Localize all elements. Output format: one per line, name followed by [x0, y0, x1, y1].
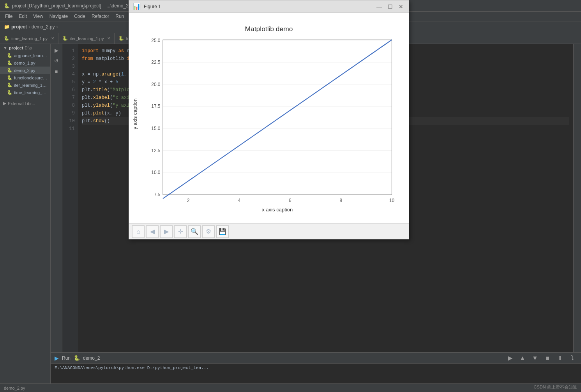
run-file-label: demo_2	[83, 355, 100, 361]
menu-edit[interactable]: Edit	[16, 12, 30, 20]
tab-close-0[interactable]: ✕	[51, 36, 54, 40]
menu-refactor[interactable]: Refactor	[88, 12, 112, 20]
file-icon-iter: 🐍	[7, 83, 12, 88]
run-tab-icon: ▶	[55, 355, 59, 361]
line-numbers: 1 2 3 4 5 6 7 8 9 10 11	[62, 44, 78, 352]
file-icon-argparse: 🐍	[7, 53, 12, 58]
svg-text:2: 2	[187, 198, 190, 203]
sidebar-item-argparse[interactable]: 🐍 argparse_learning_1.py	[0, 52, 50, 59]
figure-toolbar: ⌂ ◀ ▶ ✛ 🔍 ⚙ 💾	[129, 223, 409, 239]
status-text: demo_2.py	[4, 386, 25, 390]
svg-text:6: 6	[289, 198, 291, 203]
svg-text:8: 8	[340, 198, 343, 203]
toolbar-home-button[interactable]: ⌂	[132, 225, 145, 238]
run-header: ▶ Run 🐍 demo_2 ▶ ▲ ▼ ■ ⏸ ⤵	[51, 353, 581, 364]
sidebar-project-header[interactable]: ▼ project D:\p	[0, 44, 50, 52]
run-play-button[interactable]: ▶	[505, 353, 515, 363]
y-axis-label: y axis caption	[132, 98, 138, 129]
run-step-button[interactable]: ⤵	[568, 353, 577, 363]
file-icon-demo1: 🐍	[7, 60, 12, 65]
menu-code[interactable]: Code	[71, 12, 88, 20]
sidebar-item-time[interactable]: 🐍 time_learning_1.py	[0, 89, 50, 96]
toolbar-zoom-button[interactable]: 🔍	[188, 225, 201, 238]
menu-navigate[interactable]: Navigate	[46, 12, 71, 20]
figure-canvas: Matplotlib demo	[129, 44, 409, 223]
sidebar-item-functionclosures[interactable]: 🐍 functionclosures...	[0, 74, 50, 81]
menu-view[interactable]: View	[30, 12, 46, 20]
tab-icon-1: 🐍	[62, 36, 68, 41]
svg-text:7.5: 7.5	[154, 192, 161, 197]
rerun-gutter-icon[interactable]: ↺	[52, 56, 61, 65]
sidebar-item-label-demo2: demo_2.py	[14, 68, 35, 73]
chevron-down-icon: ▼	[3, 46, 7, 50]
file-icon-demo2: 🐍	[7, 68, 12, 73]
sidebar-item-label-time: time_learning_1.py	[14, 90, 47, 95]
run-stop-button[interactable]: ■	[543, 353, 552, 363]
tab-iter-learning[interactable]: 🐍 iter_learning_1.py ✕	[58, 33, 115, 44]
svg-text:12.5: 12.5	[151, 148, 161, 153]
breadcrumb-file[interactable]: demo_2.py	[32, 24, 55, 30]
sidebar-item-label-argparse: argparse_learning_1.py	[14, 53, 47, 58]
sidebar-item-demo1[interactable]: 🐍 demo_1.py	[0, 59, 50, 67]
run-icon: 🐍	[74, 355, 80, 361]
stop-gutter-icon[interactable]: ■	[52, 67, 61, 76]
status-bar: demo_2.py	[0, 383, 581, 392]
tab-time-learning[interactable]: 🐍 time_learning_1.py ✕	[0, 33, 58, 44]
breadcrumb-project-icon: 📁	[4, 24, 10, 30]
sidebar-item-label-iter: iter_learning_1.py	[14, 83, 47, 88]
breadcrumb-separator2: ›	[56, 24, 58, 30]
file-icon-time: 🐍	[7, 90, 12, 95]
sidebar-project-label: project	[9, 46, 23, 50]
tab-icon-2: 🐍	[118, 36, 124, 41]
sidebar-item-iter[interactable]: 🐍 iter_learning_1.py	[0, 81, 50, 89]
toolbar-configure-button[interactable]: ⚙	[202, 225, 215, 238]
run-content: E:\ANACONDA\envs\pytorch\python.exe D:/p…	[51, 364, 581, 383]
sidebar-item-demo2[interactable]: 🐍 demo_2.py	[0, 67, 50, 74]
chevron-right-icon: ▶	[3, 101, 6, 106]
tab-icon-0: 🐍	[4, 36, 9, 41]
toolbar-pan-button[interactable]: ✛	[174, 225, 187, 238]
left-gutter: ▶ ↺ ■	[51, 44, 62, 352]
file-icon-functionclosures: 🐍	[7, 75, 12, 80]
svg-text:22.5: 22.5	[151, 60, 161, 65]
menu-file[interactable]: File	[2, 12, 16, 20]
svg-text:10.0: 10.0	[151, 170, 161, 175]
svg-text:15.0: 15.0	[151, 126, 161, 131]
console-output: E:\ANACONDA\envs\pytorch\python.exe D:/p…	[55, 366, 209, 370]
toolbar-forward-button[interactable]: ▶	[160, 225, 173, 238]
run-panel: ▶ Run 🐍 demo_2 ▶ ▲ ▼ ■ ⏸ ⤵ E:\ANACONDA\e…	[51, 352, 581, 383]
sidebar-external-header[interactable]: ▶ External Libr...	[0, 99, 50, 107]
sidebar: ▼ project D:\p 🐍 argparse_learning_1.py …	[0, 44, 51, 383]
title-bar-icon: 🐍	[4, 3, 10, 9]
menu-run[interactable]: Run	[112, 12, 127, 20]
svg-text:17.5: 17.5	[151, 104, 161, 109]
toolbar-back-button[interactable]: ◀	[146, 225, 159, 238]
sidebar-external-label: External Libr...	[8, 101, 35, 106]
run-gutter-icon[interactable]: ▶	[52, 46, 61, 54]
tab-close-1[interactable]: ✕	[107, 36, 110, 40]
x-axis-label: x axis caption	[262, 207, 293, 213]
svg-text:10: 10	[389, 198, 395, 203]
svg-text:20.0: 20.0	[151, 82, 161, 87]
watermark: CSDN @上帝不会知道	[534, 384, 577, 390]
breadcrumb-separator: ›	[28, 24, 30, 30]
run-tab-label[interactable]: Run	[62, 355, 71, 361]
sidebar-project-path: D:\p	[25, 46, 32, 50]
sidebar-item-label-functionclosures: functionclosures...	[14, 76, 47, 80]
figure-window[interactable]: 📊 Figure 1 — ☐ ✕	[129, 44, 409, 239]
svg-text:4: 4	[238, 198, 241, 203]
breadcrumb-project[interactable]: project	[11, 24, 27, 30]
right-gutter	[573, 44, 581, 352]
run-scroll-up-button[interactable]: ▲	[518, 353, 527, 363]
sidebar-item-label-demo1: demo_1.py	[14, 61, 35, 65]
toolbar-save-button[interactable]: 💾	[216, 225, 229, 238]
run-pause-button[interactable]: ⏸	[555, 353, 565, 363]
run-scroll-down-button[interactable]: ▼	[530, 353, 540, 363]
